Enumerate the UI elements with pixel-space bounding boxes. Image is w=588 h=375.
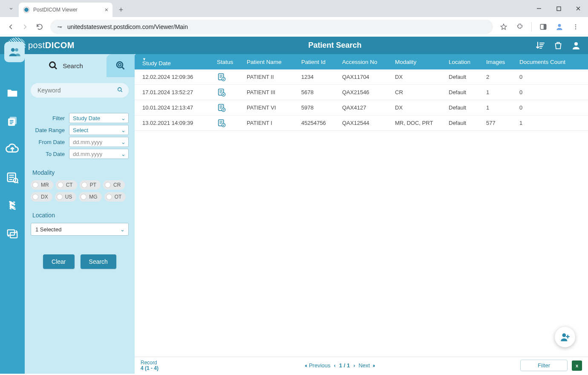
rail-studies[interactable] (4, 113, 20, 129)
cell-name: PATIENT I (243, 120, 298, 126)
star-button[interactable] (496, 20, 511, 34)
back-button[interactable] (3, 20, 18, 34)
menu-button[interactable] (568, 20, 583, 34)
cell-modality: CR (392, 89, 445, 95)
minimize-button[interactable] (529, 0, 549, 17)
trash-icon[interactable] (553, 40, 563, 51)
window-controls (529, 0, 588, 17)
svg-point-21 (50, 62, 55, 68)
profile-button[interactable] (552, 20, 567, 34)
modality-chip-us[interactable]: US (55, 192, 77, 202)
logo-pre: post (28, 40, 45, 50)
browser-tab[interactable]: PostDICOM Viewer × (19, 3, 112, 17)
keyword-input[interactable] (31, 83, 129, 98)
rail-worklist[interactable] (4, 169, 20, 185)
chevron-left-icon[interactable]: ‹ (334, 362, 335, 369)
th-documents[interactable]: Documents Count (516, 59, 588, 65)
cell-accession: QAX21546 (339, 89, 392, 95)
cell-documents: 1 (516, 120, 588, 126)
modality-chip-cr[interactable]: CR (103, 180, 125, 190)
th-images[interactable]: Images (483, 59, 516, 65)
modality-chip-dx[interactable]: DX (31, 192, 52, 202)
filter-select[interactable]: Study Date⌄ (69, 113, 129, 123)
clear-button[interactable]: Clear (43, 254, 74, 269)
chevron-down-icon: ⌄ (121, 151, 126, 157)
close-tab-icon[interactable]: × (105, 6, 108, 13)
search-button[interactable]: Search (81, 254, 116, 269)
th-location[interactable]: Location (445, 59, 483, 65)
rail-patients[interactable] (4, 54, 25, 62)
modality-chip-mr[interactable]: MR (31, 180, 53, 190)
filter-button[interactable]: Filter (520, 360, 568, 371)
extensions-button[interactable] (513, 20, 527, 34)
rail-upload[interactable] (4, 141, 20, 157)
todate-label: To Date (31, 151, 69, 157)
radio-icon (32, 194, 38, 200)
status-ready-icon (217, 118, 240, 128)
maximize-button[interactable] (549, 0, 568, 17)
th-status[interactable]: Status (213, 59, 243, 65)
status-ready-icon (217, 88, 240, 97)
location-select[interactable]: 1 Selected ⌄ (31, 223, 129, 236)
rail-folder[interactable] (4, 85, 20, 101)
tab-search-dropdown[interactable] (5, 3, 17, 14)
sort-icon[interactable] (535, 40, 545, 51)
site-info-icon[interactable] (56, 23, 63, 30)
pager-page: 1 / 1 (339, 362, 350, 369)
cell-name: PATIENT VI (243, 104, 298, 111)
reload-button[interactable] (32, 20, 47, 34)
table-row[interactable]: 13.02.2021 14:09:39PATIENT I45254756QAX1… (135, 115, 588, 131)
table-row[interactable]: 12.02.2024 12:09:36PATIENT II1234QAX1170… (135, 69, 588, 85)
cell-location: Default (445, 89, 483, 95)
pager: Record 4 (1 - 4) ‹‹ Previous ‹ 1 / 1 › N… (135, 357, 588, 374)
export-excel-icon[interactable]: x (572, 361, 582, 371)
modality-chip-ot[interactable]: OT (104, 192, 126, 202)
th-accession[interactable]: Accession No (339, 59, 392, 65)
logo[interactable]: postDICOM (7, 38, 135, 54)
tab-title: PostDICOM Viewer (33, 7, 78, 13)
th-patient-name[interactable]: Patient Name (243, 59, 298, 65)
rail-sync[interactable] (4, 225, 20, 242)
add-patient-fab[interactable] (555, 327, 575, 347)
tab-search[interactable]: Search (25, 54, 107, 77)
svg-point-10 (575, 26, 576, 27)
url-bar[interactable]: unitedstateswest.postdicom.com/Viewer/Ma… (50, 20, 493, 34)
todate-input[interactable]: dd.mm.yyyy⌄ (69, 149, 129, 159)
chevron-right-icon[interactable]: › (353, 362, 355, 369)
table-row[interactable]: 17.01.2024 13:52:27PATIENT III5678QAX215… (135, 85, 588, 100)
svg-point-24 (118, 88, 121, 91)
cell-status (213, 72, 243, 82)
sidepanel-button[interactable] (536, 20, 551, 34)
daterange-select[interactable]: Select⌄ (69, 125, 129, 135)
svg-point-12 (574, 42, 578, 46)
th-patient-id[interactable]: Patient Id (298, 59, 339, 65)
search-sidebar: Search Filter Study Date⌄ Dat (25, 54, 135, 374)
search-icon[interactable] (117, 87, 124, 93)
close-window-button[interactable] (568, 0, 588, 17)
app-header: postDICOM Patient Search (0, 37, 588, 54)
chevron-down-icon: ⌄ (121, 139, 126, 145)
tab-advanced-search[interactable] (107, 54, 135, 77)
pager-prev[interactable]: Previous (309, 362, 331, 369)
fromdate-input[interactable]: dd.mm.yyyy⌄ (69, 137, 129, 147)
rail-share[interactable] (4, 197, 20, 213)
cell-documents: 0 (516, 74, 588, 80)
forward-button[interactable] (18, 20, 32, 34)
new-tab-button[interactable]: + (115, 4, 127, 16)
table-body: 12.02.2024 12:09:36PATIENT II1234QAX1170… (135, 69, 588, 357)
cell-name: PATIENT III (243, 89, 298, 95)
svg-rect-5 (60, 26, 60, 28)
modality-chip-pt[interactable]: PT (80, 180, 101, 190)
th-study-date[interactable]: ▼Study Date (139, 58, 213, 66)
table-row[interactable]: 10.01.2024 12:13:47PATIENT VI5978QAX4127… (135, 100, 588, 115)
modality-chip-mg[interactable]: MG (79, 192, 101, 202)
filter-label: Filter (31, 115, 69, 121)
radio-icon (32, 182, 38, 188)
pager-next[interactable]: Next (358, 362, 370, 369)
th-modality[interactable]: Modality (392, 59, 445, 65)
cell-location: Default (445, 104, 483, 111)
app-root: postDICOM Patient Search (0, 37, 588, 374)
results-panel: ▼Study Date Status Patient Name Patient … (135, 54, 588, 374)
user-icon[interactable] (571, 40, 581, 51)
modality-chip-ct[interactable]: CT (56, 180, 77, 190)
